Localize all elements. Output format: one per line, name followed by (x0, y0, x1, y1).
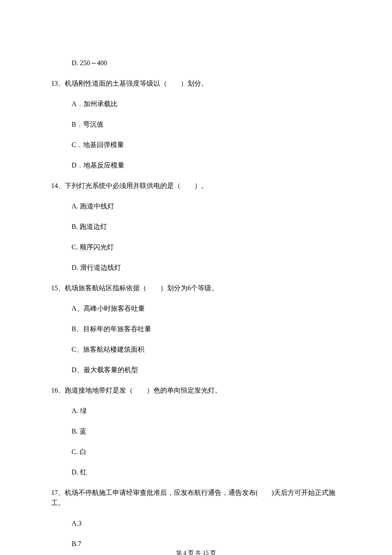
question-14-option-d: D. 滑行道边线灯 (51, 263, 341, 273)
question-16-option-d: D. 红 (51, 467, 341, 477)
question-15-option-a: A、高峰小时旅客吞吐量 (51, 304, 341, 314)
page-footer: 第 4 页 共 15 页 (0, 549, 392, 555)
prev-question-option-d: D. 250～400 (51, 58, 341, 68)
question-13-option-d: D．地基反应模量 (51, 160, 341, 171)
question-13-option-b: B．弯沉值 (51, 119, 341, 130)
question-14-option-c: C. 顺序闪光灯 (51, 242, 341, 252)
question-16-stem: 16、跑道接地地带灯是发（ ）色的单向恒定发光灯。 (51, 385, 341, 396)
question-15-option-b: B、目标年的年旅客吞吐量 (51, 324, 341, 334)
question-14-option-a: A. 跑道中线灯 (51, 201, 341, 211)
question-15-option-d: D、最大载客量的机型 (51, 365, 341, 375)
question-17-option-a: A.3 (51, 518, 341, 529)
question-16-option-b: B. 蓝 (51, 426, 341, 436)
question-17-stem: 17、机场不停航施工申请经审查批准后，应发布航行通告，通告发布( )天后方可开始… (51, 488, 341, 508)
question-13-option-c: C．地基回弹模量 (51, 140, 341, 150)
question-17-option-b: B.7 (51, 539, 341, 549)
question-14-stem: 14、下列灯光系统中必须用并联供电的是（ ）。 (51, 181, 341, 191)
question-16-option-a: A. 绿 (51, 406, 341, 416)
question-13-option-a: A．加州承载比 (51, 99, 341, 109)
question-14-option-b: B. 跑道边灯 (51, 222, 341, 232)
page: D. 250～400 13、机场刚性道面的土基强度等级以（ ）划分。 A．加州承… (0, 0, 392, 555)
question-15-stem: 15、机场旅客航站区指标依据（ ）划分为6个等级。 (51, 283, 341, 293)
question-13-stem: 13、机场刚性道面的土基强度等级以（ ）划分。 (51, 78, 341, 89)
question-15-option-c: C、旅客航站楼建筑面积 (51, 344, 341, 355)
question-16-option-c: C. 白 (51, 447, 341, 457)
